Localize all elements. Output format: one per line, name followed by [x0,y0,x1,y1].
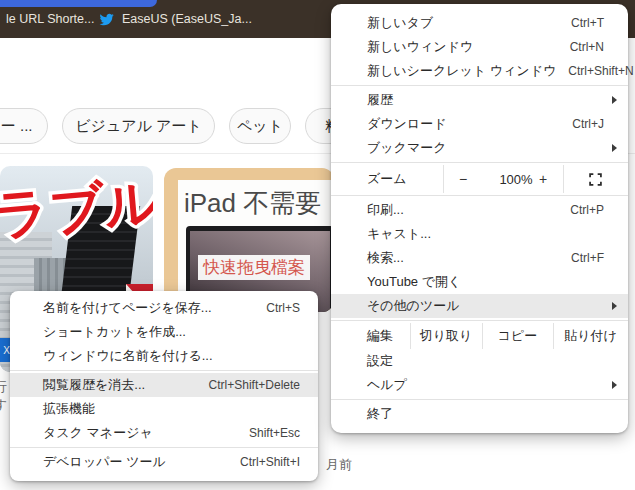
fullscreen-icon [589,173,602,186]
shortcut-label: Ctrl+J [560,117,604,131]
menu-item-label: 新しいシークレット ウィンドウ [367,62,556,80]
menu-item-label: 新しいタブ [367,14,433,32]
shortcut-label: Ctrl+P [558,203,604,217]
menu-item-bookmarks[interactable]: ブックマーク [331,136,628,160]
menu-item-label: 閲覧履歴を消去... [43,376,145,394]
twitter-icon [99,12,114,27]
submenu-item-extensions[interactable]: 拡張機能 [10,397,318,421]
menu-item-label: 検索... [367,249,404,267]
menu-item-label: タスク マネージャ [43,424,153,442]
topic-chip-pets[interactable]: ペット [229,108,291,144]
menu-item-label: キャスト... [367,225,431,243]
paste-button[interactable]: 貼り付け [553,327,628,345]
menu-item-label: 終了 [367,405,393,423]
fullscreen-button[interactable] [563,165,628,193]
topic-chip-visual-art[interactable]: ビジュアル アート [62,108,215,144]
menu-separator [331,85,628,86]
submenu-arrow-icon [612,302,617,310]
menu-item-label: 設定 [367,352,393,370]
menu-separator [331,162,628,163]
shortcut-label: Ctrl+T [559,16,604,30]
menu-item-label: ブックマーク [367,139,447,157]
menu-separator [331,195,628,196]
menu-item-zoom: ズーム − 100% + [331,165,628,193]
menu-item-history[interactable]: 履歴 [331,88,628,112]
shortcut-label: Shift+Esc [237,426,300,440]
zoom-in-button[interactable]: + [539,171,547,187]
menu-item-help[interactable]: ヘルプ [331,373,628,397]
submenu-arrow-icon [612,381,617,389]
video-meta-fragment: 月前 [326,456,352,474]
copy-button[interactable]: コピー [482,327,553,345]
submenu-item-developer-tools[interactable]: デベロッパー ツール Ctrl+Shift+I [10,450,318,474]
shortcut-label: Ctrl+N [558,40,604,54]
menu-item-new-incognito-window[interactable]: 新しいシークレット ウィンドウ Ctrl+Shift+N [331,59,628,83]
menu-item-new-window[interactable]: 新しいウィンドウ Ctrl+N [331,35,628,59]
video-title-fragment-1: 行 [0,378,7,396]
menu-item-label: ヘルプ [367,376,407,394]
edit-label: 編集 [367,327,393,345]
submenu-arrow-icon [612,96,617,104]
video-title-fragment-2: す [0,396,7,414]
thumbnail-headline-graphic: ラブル！ [0,166,153,276]
menu-item-label: デベロッパー ツール [43,453,166,471]
shortcut-label: Ctrl+Shift+N [556,64,633,78]
thumbnail-headline-text: ラブル！ [0,166,153,245]
more-tools-submenu: 名前を付けてページを保存... Ctrl+S ショートカットを作成... ウィン… [10,291,318,481]
menu-separator [10,370,318,371]
zoom-level-value: 100% [491,172,541,187]
menu-item-label: YouTube で開く [367,273,461,291]
bookmark-item-url-shortener[interactable]: le URL Shorte... [6,12,94,26]
submenu-arrow-icon [612,144,617,152]
menu-separator [10,447,318,448]
menu-item-label: 印刷... [367,201,404,219]
menu-item-label: ウィンドウに名前を付ける... [43,347,213,365]
submenu-item-save-page-as[interactable]: 名前を付けてページを保存... Ctrl+S [10,296,318,320]
menu-item-exit[interactable]: 終了 [331,402,628,426]
chrome-main-menu: 新しいタブ Ctrl+T 新しいウィンドウ Ctrl+N 新しいシークレット ウ… [331,4,628,433]
menu-item-new-tab[interactable]: 新しいタブ Ctrl+T [331,11,628,35]
bookmark-item-easeus[interactable]: EaseUS (EaseUS_Ja... [122,12,252,26]
shortcut-label: Ctrl+Shift+I [228,455,300,469]
shortcut-label: Ctrl+F [559,251,604,265]
menu-item-settings[interactable]: 設定 [331,349,628,373]
active-tab-strip[interactable] [0,0,157,7]
submenu-item-name-window[interactable]: ウィンドウに名前を付ける... [10,344,318,368]
menu-item-cast[interactable]: キャスト... [331,222,628,246]
submenu-item-task-manager[interactable]: タスク マネージャ Shift+Esc [10,421,318,445]
menu-separator [331,320,628,321]
menu-item-find[interactable]: 検索... Ctrl+F [331,246,628,270]
shortcut-label: Ctrl+Shift+Delete [197,378,300,392]
topic-chip-partial[interactable]: ァー ... [0,108,48,144]
menu-item-label: その他のツール [367,297,460,315]
card-title: iPad 不需要 [184,186,321,221]
menu-item-label: 名前を付けてページを保存... [43,299,212,317]
menu-item-label: ショートカットを作成... [43,323,186,341]
menu-item-label: ダウンロード [367,115,447,133]
menu-item-label: 拡張機能 [43,400,95,418]
zoom-divider [443,165,444,193]
menu-item-more-tools[interactable]: その他のツール [331,294,628,318]
menu-item-edit-row: 編集 切り取り コピー 貼り付け [331,323,628,349]
menu-separator [331,399,628,400]
menu-item-label: 新しいウィンドウ [367,38,473,56]
menu-item-print[interactable]: 印刷... Ctrl+P [331,198,628,222]
submenu-item-create-shortcut[interactable]: ショートカットを作成... [10,320,318,344]
menu-item-downloads[interactable]: ダウンロード Ctrl+J [331,112,628,136]
submenu-item-clear-browsing-data[interactable]: 閲覧履歴を消去... Ctrl+Shift+Delete [10,373,318,397]
cut-button[interactable]: 切り取り [410,327,482,345]
shortcut-label: Ctrl+S [254,301,300,315]
menu-item-open-in-youtube[interactable]: YouTube で開く [331,270,628,294]
browser-window: le URL Shorte... EaseUS (EaseUS_Ja... ァー… [0,0,635,490]
zoom-out-button[interactable]: − [459,171,467,187]
menu-item-label: 履歴 [367,91,393,109]
card-sticker-text: 快速拖曳檔案 [198,255,310,280]
zoom-label: ズーム [367,170,407,188]
